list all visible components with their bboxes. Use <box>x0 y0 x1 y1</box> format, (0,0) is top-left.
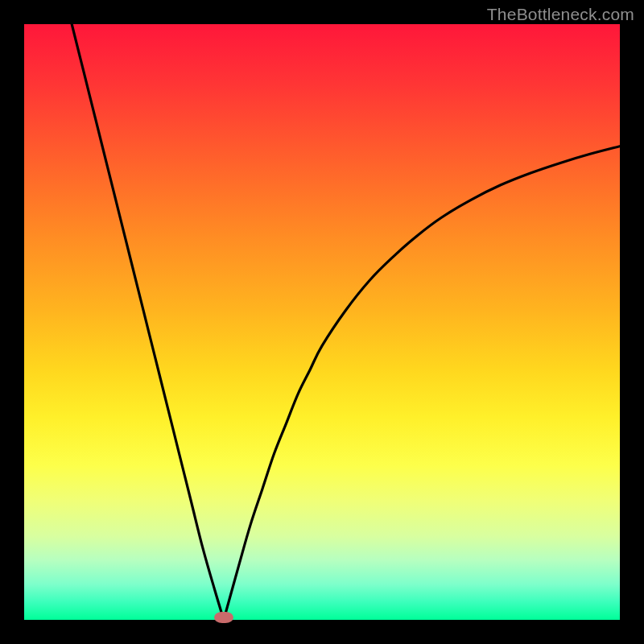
chart-figure: TheBottleneck.com <box>0 0 644 644</box>
watermark-text: TheBottleneck.com <box>487 5 634 24</box>
bottleneck-curve <box>24 24 620 620</box>
curve-left-branch <box>72 24 224 620</box>
plot-area <box>24 24 620 620</box>
min-point-marker <box>214 612 233 623</box>
curve-right-branch <box>224 147 620 620</box>
